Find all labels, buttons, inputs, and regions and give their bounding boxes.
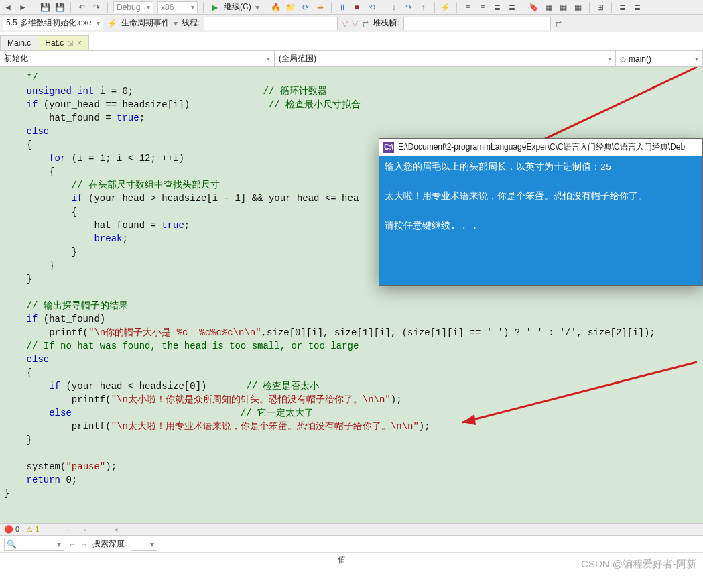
config-label: Debug — [117, 3, 140, 12]
misc6-icon[interactable]: ≣ — [632, 2, 643, 13]
comment-icon[interactable]: ≣ — [507, 2, 517, 13]
save-all-icon[interactable]: 💾 — [54, 2, 65, 13]
nav-back-icon[interactable]: ◄ — [3, 2, 13, 13]
lightning-icon[interactable]: ⚡ — [107, 19, 117, 28]
thread-label: 线程: — [182, 17, 200, 29]
step-into-icon[interactable]: ↓ — [389, 2, 399, 13]
search-input[interactable]: 🔍 ▾ — [4, 538, 64, 551]
value-column-header[interactable]: 值 — [332, 553, 351, 585]
scroll-left-icon[interactable]: ◂ — [114, 525, 118, 534]
nav-back2-icon[interactable]: ← — [68, 540, 76, 549]
search-depth-label: 搜索深度: — [92, 538, 127, 550]
pin-icon[interactable]: ⇲ — [68, 40, 73, 47]
bookmark-icon[interactable]: 🔖 — [529, 2, 539, 13]
scope-mid[interactable]: (全局范围) — [275, 51, 616, 66]
save-icon[interactable]: 💾 — [40, 2, 50, 13]
swap-icon[interactable]: ⇄ — [362, 19, 369, 28]
scope-right-label: main() — [629, 54, 651, 64]
folder-icon[interactable]: 📁 — [285, 2, 296, 13]
error-status-bar: 🔴 0 ⚠ 1 ← → ◂ — [0, 523, 703, 535]
outdent-icon[interactable]: ≡ — [477, 2, 488, 13]
misc4-icon[interactable]: ⊞ — [595, 2, 606, 13]
platform-label: x86 — [161, 3, 174, 12]
scope-bar: 初始化 (全局范围) ◇ main() — [0, 51, 703, 67]
watermark-text: CSDN @编程爱好者-阿新 — [581, 558, 696, 571]
filter2-icon[interactable]: ▽ — [352, 19, 358, 28]
thread-combo[interactable] — [204, 17, 338, 30]
platform-combo[interactable]: x86 — [157, 1, 198, 13]
tab-hat[interactable]: Hat.c ⇲ × — [38, 35, 89, 50]
show-next-icon[interactable]: ➡ — [315, 2, 326, 13]
hot-reload-icon[interactable]: 🔥 — [271, 2, 281, 13]
toggle-icon[interactable]: ⚡ — [440, 2, 451, 13]
debug-toolbar: 5.5-多维数组初始化.exe ⚡ 生命周期事件 ▾ 线程: ▽ ▽ ⇄ 堆栈帧… — [0, 15, 703, 32]
tab-hat-label: Hat.c — [45, 38, 64, 48]
undo-icon[interactable]: ↶ — [76, 2, 87, 13]
continue-label[interactable]: 继续(C) — [224, 1, 251, 13]
close-icon[interactable]: × — [77, 38, 82, 48]
console-icon: C:\ — [383, 142, 394, 153]
search-icon: 🔍 — [5, 540, 18, 549]
process-label: 5.5-多维数组初始化.exe — [6, 17, 91, 29]
restart-icon[interactable]: ⟲ — [367, 2, 377, 13]
step-out-icon[interactable]: ↑ — [418, 2, 429, 13]
scope-mid-label: (全局范围) — [279, 53, 316, 64]
filter-icon[interactable]: ▽ — [342, 19, 348, 28]
misc5-icon[interactable]: ≣ — [617, 2, 628, 13]
main-toolbar: ◄ ► 💾 💾 ↶ ↷ Debug x86 ▶ 继续(C) ▾ 🔥 📁 ⟳ ➡ … — [0, 0, 703, 15]
console-window[interactable]: C:\ E:\Document\2-programmLanguageExper\… — [379, 138, 703, 286]
scope-right[interactable]: ◇ main() — [616, 51, 703, 66]
nav-next-icon[interactable]: → — [80, 526, 87, 534]
indent-icon[interactable]: ≡ — [462, 2, 473, 13]
search-row: 🔍 ▾ ← → 搜索深度: ▾ — [0, 536, 703, 553]
tab-main[interactable]: Main.c — [0, 35, 38, 50]
lifecycle-label: 生命周期事件 — [121, 17, 170, 29]
method-icon: ◇ — [620, 54, 626, 64]
config-combo[interactable]: Debug — [113, 1, 153, 13]
stackframe-label: 堆栈帧: — [373, 17, 399, 29]
error-count[interactable]: 🔴 0 — [4, 525, 19, 534]
misc1-icon[interactable]: ▦ — [544, 2, 554, 13]
nav-fwd2-icon[interactable]: → — [80, 540, 88, 549]
stop-icon[interactable]: ■ — [352, 2, 363, 13]
editor-tabs: Main.c Hat.c ⇲ × — [0, 32, 703, 51]
scope-left-label: 初始化 — [4, 53, 28, 64]
misc3-icon[interactable]: ▦ — [573, 2, 584, 13]
code-editor[interactable]: */ unsigned int i = 0; // 循环计数器 if (your… — [0, 67, 703, 523]
format-icon[interactable]: ≣ — [492, 2, 503, 13]
console-title-text: E:\Document\2-programmLanguageExper\C\C语… — [398, 141, 685, 153]
code-content: */ unsigned int i = 0; // 循环计数器 if (your… — [0, 67, 703, 504]
nav-fwd-icon[interactable]: ► — [17, 2, 28, 13]
refresh-icon[interactable]: ⟳ — [300, 2, 311, 13]
step-over-icon[interactable]: ↷ — [403, 2, 414, 13]
nav-prev-icon[interactable]: ← — [66, 526, 73, 534]
pause-icon[interactable]: ⏸ — [337, 2, 348, 13]
warning-count[interactable]: ⚠ 1 — [26, 525, 39, 534]
scope-left[interactable]: 初始化 — [0, 51, 275, 66]
console-titlebar[interactable]: C:\ E:\Document\2-programmLanguageExper\… — [379, 139, 702, 156]
swap2-icon[interactable]: ⇄ — [555, 19, 562, 28]
tab-main-label: Main.c — [7, 38, 31, 48]
stackframe-combo[interactable] — [403, 17, 551, 30]
misc2-icon[interactable]: ▦ — [558, 2, 569, 13]
console-output: 输入您的眉毛以上的头部周长，以英寸为十进制值：25 太大啦！用专业术语来说，你是… — [379, 156, 702, 238]
process-combo[interactable]: 5.5-多维数组初始化.exe — [3, 17, 103, 30]
redo-icon[interactable]: ↷ — [91, 2, 102, 13]
continue-icon[interactable]: ▶ — [209, 2, 220, 13]
search-depth-combo[interactable]: ▾ — [131, 538, 157, 551]
